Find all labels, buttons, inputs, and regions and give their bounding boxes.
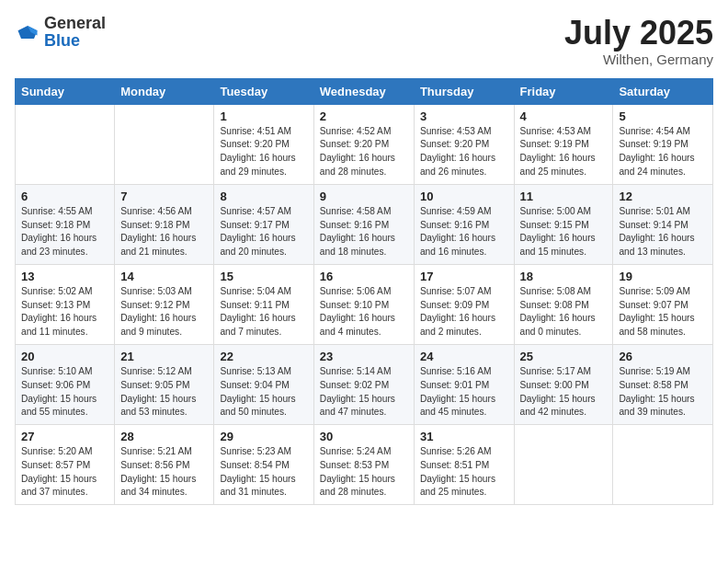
cell-content: Sunrise: 5:14 AM Sunset: 9:02 PM Dayligh… bbox=[320, 365, 408, 419]
day-number: 3 bbox=[420, 109, 508, 123]
calendar-cell: 10Sunrise: 4:59 AM Sunset: 9:16 PM Dayli… bbox=[414, 184, 514, 264]
cell-content: Sunrise: 4:58 AM Sunset: 9:16 PM Dayligh… bbox=[320, 205, 408, 259]
calendar-cell: 20Sunrise: 5:10 AM Sunset: 9:06 PM Dayli… bbox=[16, 344, 115, 424]
day-number: 20 bbox=[21, 350, 108, 363]
cell-content: Sunrise: 4:54 AM Sunset: 9:19 PM Dayligh… bbox=[619, 125, 707, 179]
calendar-cell: 30Sunrise: 5:24 AM Sunset: 8:53 PM Dayli… bbox=[313, 425, 414, 505]
day-number: 27 bbox=[21, 430, 108, 443]
title-block: July 2025 Wilthen, Germany bbox=[564, 15, 713, 67]
calendar-cell: 15Sunrise: 5:04 AM Sunset: 9:11 PM Dayli… bbox=[214, 264, 313, 344]
cell-content: Sunrise: 5:13 AM Sunset: 9:04 PM Dayligh… bbox=[220, 365, 307, 419]
day-number: 13 bbox=[21, 270, 108, 283]
calendar-cell: 19Sunrise: 5:09 AM Sunset: 9:07 PM Dayli… bbox=[613, 264, 713, 344]
weekday-header-friday: Friday bbox=[514, 78, 613, 104]
logo-general: General bbox=[44, 14, 106, 32]
cell-content: Sunrise: 4:55 AM Sunset: 9:18 PM Dayligh… bbox=[21, 205, 108, 259]
calendar-cell: 14Sunrise: 5:03 AM Sunset: 9:12 PM Dayli… bbox=[115, 264, 214, 344]
day-number: 24 bbox=[420, 350, 508, 363]
page-header: General Blue July 2025 Wilthen, Germany bbox=[15, 15, 713, 67]
cell-content: Sunrise: 5:01 AM Sunset: 9:14 PM Dayligh… bbox=[619, 205, 707, 259]
calendar-cell: 21Sunrise: 5:12 AM Sunset: 9:05 PM Dayli… bbox=[115, 344, 214, 424]
calendar-cell: 26Sunrise: 5:19 AM Sunset: 8:58 PM Dayli… bbox=[613, 344, 713, 424]
location-title: Wilthen, Germany bbox=[564, 52, 713, 67]
calendar-cell bbox=[115, 104, 214, 184]
weekday-header-thursday: Thursday bbox=[414, 78, 514, 104]
cell-content: Sunrise: 5:02 AM Sunset: 9:13 PM Dayligh… bbox=[21, 285, 108, 339]
day-number: 22 bbox=[220, 350, 307, 363]
day-number: 28 bbox=[120, 430, 208, 443]
calendar-cell: 17Sunrise: 5:07 AM Sunset: 9:09 PM Dayli… bbox=[414, 264, 514, 344]
calendar-cell bbox=[514, 425, 613, 505]
calendar-cell: 29Sunrise: 5:23 AM Sunset: 8:54 PM Dayli… bbox=[214, 425, 313, 505]
calendar-cell: 4Sunrise: 4:53 AM Sunset: 9:19 PM Daylig… bbox=[514, 104, 613, 184]
calendar-cell: 3Sunrise: 4:53 AM Sunset: 9:20 PM Daylig… bbox=[414, 104, 514, 184]
calendar-cell: 7Sunrise: 4:56 AM Sunset: 9:18 PM Daylig… bbox=[115, 184, 214, 264]
cell-content: Sunrise: 5:07 AM Sunset: 9:09 PM Dayligh… bbox=[420, 285, 508, 339]
calendar-cell: 5Sunrise: 4:54 AM Sunset: 9:19 PM Daylig… bbox=[613, 104, 713, 184]
calendar-cell: 12Sunrise: 5:01 AM Sunset: 9:14 PM Dayli… bbox=[613, 184, 713, 264]
calendar-cell: 13Sunrise: 5:02 AM Sunset: 9:13 PM Dayli… bbox=[16, 264, 115, 344]
calendar-cell: 31Sunrise: 5:26 AM Sunset: 8:51 PM Dayli… bbox=[414, 425, 514, 505]
week-row-3: 13Sunrise: 5:02 AM Sunset: 9:13 PM Dayli… bbox=[16, 264, 713, 344]
calendar-cell: 16Sunrise: 5:06 AM Sunset: 9:10 PM Dayli… bbox=[313, 264, 414, 344]
weekday-header-row: SundayMondayTuesdayWednesdayThursdayFrid… bbox=[16, 78, 713, 104]
calendar-cell: 27Sunrise: 5:20 AM Sunset: 8:57 PM Dayli… bbox=[16, 425, 115, 505]
cell-content: Sunrise: 5:19 AM Sunset: 8:58 PM Dayligh… bbox=[619, 365, 707, 419]
cell-content: Sunrise: 5:17 AM Sunset: 9:00 PM Dayligh… bbox=[520, 365, 608, 419]
day-number: 2 bbox=[320, 109, 408, 123]
day-number: 6 bbox=[21, 190, 108, 203]
day-number: 29 bbox=[220, 430, 307, 443]
day-number: 17 bbox=[420, 270, 508, 283]
weekday-header-tuesday: Tuesday bbox=[214, 78, 313, 104]
day-number: 21 bbox=[120, 350, 208, 363]
weekday-header-monday: Monday bbox=[115, 78, 214, 104]
calendar-cell: 11Sunrise: 5:00 AM Sunset: 9:15 PM Dayli… bbox=[514, 184, 613, 264]
calendar-cell: 22Sunrise: 5:13 AM Sunset: 9:04 PM Dayli… bbox=[214, 344, 313, 424]
cell-content: Sunrise: 4:56 AM Sunset: 9:18 PM Dayligh… bbox=[120, 205, 208, 259]
cell-content: Sunrise: 5:23 AM Sunset: 8:54 PM Dayligh… bbox=[220, 445, 307, 500]
logo-blue: Blue bbox=[44, 31, 80, 50]
cell-content: Sunrise: 5:00 AM Sunset: 9:15 PM Dayligh… bbox=[520, 205, 608, 259]
cell-content: Sunrise: 5:08 AM Sunset: 9:08 PM Dayligh… bbox=[520, 285, 608, 339]
day-number: 14 bbox=[120, 270, 208, 283]
calendar-cell: 23Sunrise: 5:14 AM Sunset: 9:02 PM Dayli… bbox=[313, 344, 414, 424]
weekday-header-sunday: Sunday bbox=[16, 78, 115, 104]
day-number: 1 bbox=[220, 109, 307, 123]
month-title: July 2025 bbox=[564, 15, 713, 52]
cell-content: Sunrise: 4:53 AM Sunset: 9:19 PM Dayligh… bbox=[520, 125, 608, 179]
day-number: 25 bbox=[520, 350, 608, 363]
calendar-cell: 9Sunrise: 4:58 AM Sunset: 9:16 PM Daylig… bbox=[313, 184, 414, 264]
weekday-header-wednesday: Wednesday bbox=[313, 78, 414, 104]
day-number: 12 bbox=[619, 190, 707, 203]
calendar-cell: 6Sunrise: 4:55 AM Sunset: 9:18 PM Daylig… bbox=[16, 184, 115, 264]
cell-content: Sunrise: 4:51 AM Sunset: 9:20 PM Dayligh… bbox=[220, 125, 307, 179]
day-number: 7 bbox=[120, 190, 208, 203]
calendar-cell: 28Sunrise: 5:21 AM Sunset: 8:56 PM Dayli… bbox=[115, 425, 214, 505]
week-row-4: 20Sunrise: 5:10 AM Sunset: 9:06 PM Dayli… bbox=[16, 344, 713, 424]
day-number: 4 bbox=[520, 109, 608, 123]
calendar-cell: 24Sunrise: 5:16 AM Sunset: 9:01 PM Dayli… bbox=[414, 344, 514, 424]
calendar-cell: 8Sunrise: 4:57 AM Sunset: 9:17 PM Daylig… bbox=[214, 184, 313, 264]
day-number: 19 bbox=[619, 270, 707, 283]
calendar-cell: 2Sunrise: 4:52 AM Sunset: 9:20 PM Daylig… bbox=[313, 104, 414, 184]
cell-content: Sunrise: 5:26 AM Sunset: 8:51 PM Dayligh… bbox=[420, 445, 508, 500]
day-number: 31 bbox=[420, 430, 508, 443]
day-number: 18 bbox=[520, 270, 608, 283]
calendar-cell bbox=[613, 425, 713, 505]
day-number: 23 bbox=[320, 350, 408, 363]
cell-content: Sunrise: 5:03 AM Sunset: 9:12 PM Dayligh… bbox=[120, 285, 208, 339]
cell-content: Sunrise: 4:53 AM Sunset: 9:20 PM Dayligh… bbox=[420, 125, 508, 179]
calendar-cell: 25Sunrise: 5:17 AM Sunset: 9:00 PM Dayli… bbox=[514, 344, 613, 424]
week-row-1: 1Sunrise: 4:51 AM Sunset: 9:20 PM Daylig… bbox=[16, 104, 713, 184]
cell-content: Sunrise: 5:04 AM Sunset: 9:11 PM Dayligh… bbox=[220, 285, 307, 339]
day-number: 11 bbox=[520, 190, 608, 203]
cell-content: Sunrise: 5:16 AM Sunset: 9:01 PM Dayligh… bbox=[420, 365, 508, 419]
week-row-5: 27Sunrise: 5:20 AM Sunset: 8:57 PM Dayli… bbox=[16, 425, 713, 505]
cell-content: Sunrise: 4:57 AM Sunset: 9:17 PM Dayligh… bbox=[220, 205, 307, 259]
cell-content: Sunrise: 5:09 AM Sunset: 9:07 PM Dayligh… bbox=[619, 285, 707, 339]
cell-content: Sunrise: 4:52 AM Sunset: 9:20 PM Dayligh… bbox=[320, 125, 408, 179]
calendar-cell: 1Sunrise: 4:51 AM Sunset: 9:20 PM Daylig… bbox=[214, 104, 313, 184]
day-number: 8 bbox=[220, 190, 307, 203]
calendar-cell: 18Sunrise: 5:08 AM Sunset: 9:08 PM Dayli… bbox=[514, 264, 613, 344]
day-number: 9 bbox=[320, 190, 408, 203]
